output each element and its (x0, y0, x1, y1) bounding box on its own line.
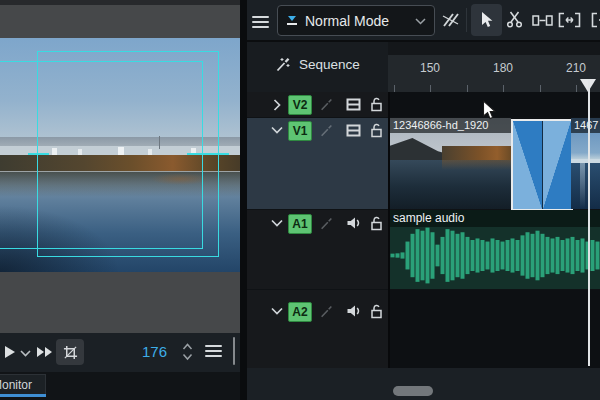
safe-zone-inner-rect (0, 61, 203, 249)
timeline-menu-button[interactable] (252, 13, 269, 31)
track-header-a1: A1 (247, 210, 388, 289)
panel-grip[interactable] (233, 337, 235, 365)
video-clip-2[interactable]: 1467 (571, 118, 600, 209)
ruler-label-180: 180 (483, 61, 523, 75)
effects-wand-icon (319, 216, 334, 231)
track-effects-button[interactable] (319, 304, 334, 319)
open-lock-icon (370, 215, 383, 231)
snap-toggle-button[interactable] (441, 10, 460, 30)
edit-mode-dropdown[interactable]: Normal Mode (277, 5, 435, 36)
track-thumbnails-button[interactable] (346, 98, 361, 111)
hamburger-icon (205, 345, 222, 347)
safe-zone-center-tick-left (28, 153, 49, 155)
track-lane-v1[interactable]: 12346866-hd_1920 1467 (390, 118, 600, 209)
track-badge-v1[interactable]: V1 (288, 121, 312, 141)
panel-divider[interactable] (240, 0, 247, 400)
track-badge-v2[interactable]: V2 (288, 95, 312, 115)
monitor-tab-active-underline (0, 394, 46, 397)
track-effects-button[interactable] (319, 216, 334, 231)
thumb-water (571, 163, 600, 209)
track-lane-a1[interactable]: sample audio (390, 210, 600, 289)
effects-wand-icon (319, 304, 334, 319)
play-button[interactable] (4, 345, 16, 359)
track-lock-button[interactable] (370, 96, 383, 112)
play-options-chevron[interactable] (20, 350, 31, 357)
chevron-down-icon (415, 18, 426, 25)
track-lock-button[interactable] (370, 303, 383, 319)
monitor-position-value[interactable]: 176 (142, 343, 167, 360)
sequence-tab-label: Sequence (299, 57, 360, 72)
audio-waveform (390, 222, 600, 289)
clip-name-label: sample audio (390, 210, 600, 227)
play-icon (4, 345, 16, 359)
slashed-pen-icon (441, 10, 460, 30)
zone-crop-button[interactable] (56, 339, 84, 365)
select-tool-button[interactable] (471, 4, 502, 36)
open-lock-icon (370, 96, 383, 112)
monitor-video-frame (0, 38, 240, 272)
fast-forward-icon (36, 346, 53, 358)
fast-forward-button[interactable] (36, 346, 53, 358)
ruler-label-210: 210 (556, 61, 596, 75)
spinner-up-down-icon (182, 342, 193, 362)
monitor-toolbar: 176 (0, 333, 240, 372)
monitor-menu-button[interactable] (205, 342, 222, 360)
monitor-tab-row: Monitor (0, 372, 240, 400)
effects-wand-icon (319, 123, 334, 138)
playhead-line[interactable] (588, 79, 590, 366)
monitor-top-edge (0, 0, 240, 5)
timeline-ruler[interactable]: 150 180 210 (388, 55, 600, 92)
collapse-chevron-right-icon[interactable] (273, 99, 281, 111)
toolbar-separator (466, 8, 467, 32)
mix-transition[interactable] (511, 119, 573, 211)
crop-icon (63, 345, 78, 360)
hamburger-icon (252, 16, 269, 18)
ruler-tick (576, 85, 577, 92)
video-frames-icon (346, 124, 361, 137)
track-effects-button[interactable] (319, 97, 334, 112)
track-row-v2: V2 (247, 92, 600, 119)
video-frames-icon (346, 98, 361, 111)
timeline-scroll-row (247, 368, 600, 400)
thumb-sun-glint (580, 163, 585, 209)
track-lock-button[interactable] (370, 122, 383, 138)
slip-tool-button[interactable] (532, 14, 553, 27)
scissors-icon (506, 11, 523, 28)
track-mute-button[interactable] (346, 216, 362, 230)
sequence-tab[interactable]: Sequence (275, 56, 360, 73)
collapse-chevron-down-icon[interactable] (271, 307, 283, 315)
kdenlive-window: 176 Monitor Normal Mode (0, 0, 600, 400)
spacer-tool-button[interactable] (558, 12, 581, 28)
select-arrow-icon (479, 11, 494, 29)
collapse-chevron-down-icon[interactable] (271, 126, 283, 134)
collapse-chevron-down-icon[interactable] (271, 219, 283, 227)
horizontal-scrollbar-thumb[interactable] (393, 386, 433, 396)
track-effects-button[interactable] (319, 123, 334, 138)
clipped-tool-button[interactable] (591, 12, 600, 28)
timeline-toolbar: Normal Mode (247, 0, 600, 42)
video-clip-1[interactable]: 12346866-hd_1920 (390, 118, 511, 209)
monitor-panel: 176 Monitor (0, 0, 240, 400)
open-lock-icon (370, 303, 383, 319)
mouse-cursor (482, 100, 497, 121)
track-thumbnails-button[interactable] (346, 124, 361, 137)
track-header-a2: A2 (247, 290, 388, 368)
track-badge-a2[interactable]: A2 (288, 302, 312, 322)
speaker-icon (346, 304, 362, 318)
audio-clip[interactable]: sample audio (390, 210, 600, 289)
razor-tool-button[interactable] (506, 11, 523, 28)
thumb-water-reflection (442, 160, 511, 170)
clipped-tool-icon (591, 12, 600, 28)
clip-name-label: 1467 (571, 118, 600, 133)
track-lock-button[interactable] (370, 215, 383, 231)
header-lane-divider (388, 92, 390, 368)
ruler-tick (540, 85, 541, 92)
position-spinner[interactable] (182, 342, 193, 362)
track-badge-a1[interactable]: A1 (288, 214, 312, 234)
bracket-arrows-icon (558, 12, 581, 28)
track-lane-a2[interactable] (390, 290, 600, 368)
ruler-label-150: 150 (410, 61, 450, 75)
monitor-tab[interactable]: Monitor (0, 374, 46, 395)
slip-boxes-icon (532, 14, 553, 27)
track-mute-button[interactable] (346, 304, 362, 318)
